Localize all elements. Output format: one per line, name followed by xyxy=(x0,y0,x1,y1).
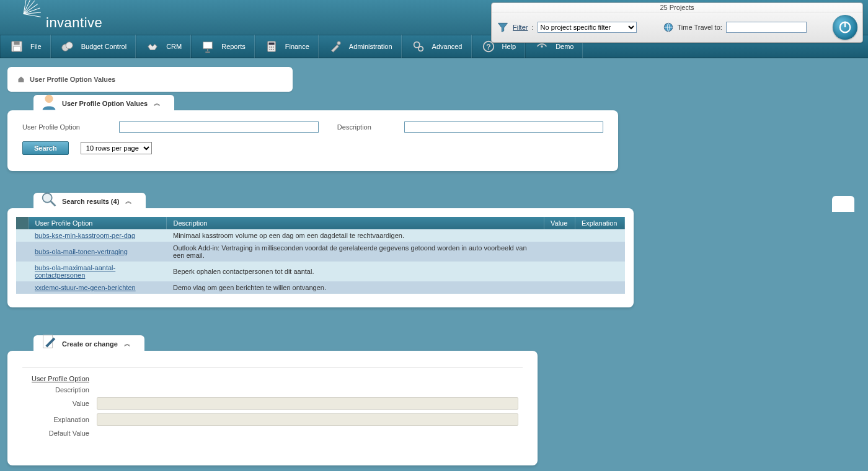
row-value xyxy=(544,281,575,294)
svg-point-17 xyxy=(271,49,272,50)
user-profile-option-input[interactable] xyxy=(119,121,318,133)
table-row[interactable]: bubs-kse-min-kasstroom-per-dagMinimaal k… xyxy=(16,229,625,242)
edit-explanation-input[interactable] xyxy=(97,413,518,426)
edit-panel: Create or change ︽ User Profile Option D… xyxy=(7,351,861,465)
results-table: User Profile Option Description Value Ex… xyxy=(16,217,625,294)
chevron-up-icon[interactable]: ︽ xyxy=(125,196,132,206)
svg-rect-5 xyxy=(14,46,20,51)
table-row[interactable]: bubs-ola-mail-tonen-vertragingOutlook Ad… xyxy=(16,242,625,262)
chevron-up-icon[interactable]: ︽ xyxy=(124,339,131,348)
description-input[interactable] xyxy=(404,121,603,133)
search-panel-tab[interactable]: User Profile Option Values ︽ xyxy=(33,95,174,112)
edit-panel-tab[interactable]: Create or change ︽ xyxy=(33,335,144,352)
home-icon[interactable] xyxy=(17,76,25,83)
menu-file[interactable]: File xyxy=(0,35,51,58)
svg-rect-12 xyxy=(268,43,274,45)
svg-point-26 xyxy=(43,193,52,203)
user-icon xyxy=(40,92,58,111)
menu-label: Help xyxy=(502,43,516,50)
edit-description-label: Description xyxy=(22,386,97,394)
page-title: User Profile Option Values xyxy=(30,76,115,83)
app-header: invantive 25 Projects Filter: No project… xyxy=(0,0,868,35)
filter-select[interactable]: No project specific filter xyxy=(538,22,637,33)
menu-label: Reports xyxy=(221,43,246,50)
svg-line-27 xyxy=(51,201,56,206)
svg-point-14 xyxy=(271,46,272,48)
user-profile-option-label: User Profile Option xyxy=(22,123,100,131)
row-handle xyxy=(16,281,29,294)
menu-finance[interactable]: Finance xyxy=(255,35,319,58)
col-user-profile-option[interactable]: User Profile Option xyxy=(29,217,167,229)
menu-label: Administration xyxy=(349,43,392,50)
row-value xyxy=(544,229,575,242)
menu-advanced[interactable]: Advanced xyxy=(402,35,472,58)
edit-value-label: Value xyxy=(22,400,97,407)
svg-point-24 xyxy=(541,45,543,48)
search-button[interactable]: Search xyxy=(22,141,69,155)
menu-label: Finance xyxy=(285,43,309,50)
edit-value-input[interactable] xyxy=(97,397,518,410)
menu-administration[interactable]: Administration xyxy=(319,35,402,58)
row-option-link[interactable]: bubs-ola-maximaal-aantal-contactpersonen xyxy=(35,264,115,279)
row-option-link[interactable]: bubs-kse-min-kasstroom-per-dag xyxy=(35,232,135,239)
svg-point-7 xyxy=(66,42,73,49)
menu-label: File xyxy=(30,43,42,50)
menu-label: Demo xyxy=(556,43,574,50)
table-row[interactable]: bubs-ola-maximaal-aantal-contactpersonen… xyxy=(16,262,625,281)
timetravel-label: Time Travel to: xyxy=(678,24,722,31)
divider xyxy=(22,367,523,368)
col-value[interactable]: Value xyxy=(544,217,575,229)
edit-panel-title: Create or change xyxy=(62,340,118,348)
row-explanation xyxy=(575,229,625,242)
search-panel-title: User Profile Option Values xyxy=(62,100,148,107)
row-option-link[interactable]: xxdemo-stuur-me-geen-berichten xyxy=(35,284,136,291)
results-panel: Search results (4) ︽ User Profile Option… xyxy=(7,208,861,307)
timetravel-input[interactable] xyxy=(726,22,807,33)
tools-icon xyxy=(328,39,343,54)
menu-label: Advanced xyxy=(432,43,463,50)
logo-burst-icon xyxy=(12,0,50,22)
row-option-link[interactable]: bubs-ola-mail-tonen-vertraging xyxy=(35,248,128,255)
col-description[interactable]: Description xyxy=(167,217,544,229)
row-value xyxy=(544,262,575,281)
svg-rect-8 xyxy=(203,42,213,49)
rows-per-page-select[interactable]: 10 rows per page xyxy=(81,142,152,154)
filter-link[interactable]: Filter xyxy=(513,24,528,31)
pencil-icon xyxy=(40,333,58,351)
svg-point-25 xyxy=(45,95,53,103)
gears-icon xyxy=(411,39,426,54)
presentation-icon xyxy=(200,39,215,54)
results-side-tab[interactable] xyxy=(832,196,854,212)
table-row[interactable]: xxdemo-stuur-me-geen-berichtenDemo vlag … xyxy=(16,281,625,294)
handshake-icon xyxy=(145,39,160,54)
chevron-up-icon[interactable]: ︽ xyxy=(154,99,161,108)
menu-budget[interactable]: Budget Control xyxy=(51,35,136,58)
logout-button[interactable] xyxy=(833,15,857,40)
menu-crm[interactable]: CRM xyxy=(136,35,191,58)
results-panel-tab[interactable]: Search results (4) ︽ xyxy=(33,193,146,209)
row-value xyxy=(544,242,575,262)
funnel-icon xyxy=(497,21,509,33)
results-panel-title: Search results (4) xyxy=(62,198,119,205)
brand-logo: invantive xyxy=(12,0,50,24)
globe-icon xyxy=(663,22,674,33)
row-handle xyxy=(16,229,29,242)
menu-reports[interactable]: Reports xyxy=(191,35,255,58)
calculator-icon xyxy=(264,39,279,54)
svg-point-18 xyxy=(273,49,274,50)
col-explanation[interactable]: Explanation xyxy=(575,217,625,229)
svg-point-19 xyxy=(337,42,341,45)
svg-point-15 xyxy=(273,46,274,48)
edit-user-profile-option-label[interactable]: User Profile Option xyxy=(22,375,97,382)
edit-default-value-label: Default Value xyxy=(22,429,97,437)
search-panel: User Profile Option Values ︽ User Profil… xyxy=(7,110,861,171)
svg-rect-4 xyxy=(14,42,19,45)
table-corner xyxy=(16,217,29,229)
money-icon xyxy=(60,39,75,54)
menu-label: CRM xyxy=(166,43,182,50)
projects-count[interactable]: 25 Projects xyxy=(492,3,862,12)
row-description: Minimaal kasstroom volume op een dag om … xyxy=(167,229,544,242)
svg-point-16 xyxy=(269,49,270,50)
svg-point-13 xyxy=(269,46,270,48)
row-explanation xyxy=(575,281,625,294)
